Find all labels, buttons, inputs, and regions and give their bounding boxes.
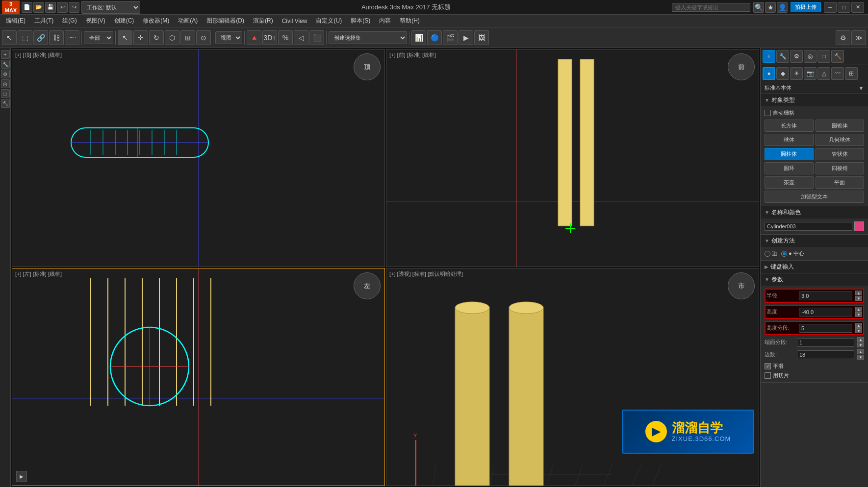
new-btn[interactable]: 📄 <box>22 2 32 13</box>
schematic-view[interactable]: 📊 <box>411 30 426 45</box>
motion-panel-tab[interactable]: ◎ <box>804 50 817 63</box>
spinner-snap[interactable]: ◁ <box>294 30 308 45</box>
height-input[interactable] <box>799 308 852 317</box>
height-segs-input[interactable] <box>799 324 852 333</box>
save-btn[interactable]: 💾 <box>45 2 56 13</box>
keyboard-entry-header[interactable]: ▶ 键盘输入 <box>761 261 868 273</box>
modify-panel-tab[interactable]: 🔧 <box>776 50 789 63</box>
user-btn[interactable]: 👤 <box>777 2 788 13</box>
viewport-left-gizmo[interactable]: 左 <box>354 272 381 299</box>
use-pivot[interactable]: ⊙ <box>196 30 211 45</box>
geometry-icon[interactable]: ● <box>763 67 775 80</box>
render-setup[interactable]: 🎬 <box>443 30 458 45</box>
menu-render[interactable]: 渲染(R) <box>249 15 277 26</box>
select-rotate[interactable]: ↻ <box>149 30 164 45</box>
menu-edit[interactable]: 编辑(E) <box>2 15 29 26</box>
viewport-persp-gizmo[interactable]: 市 <box>728 272 755 299</box>
close-button[interactable]: ✕ <box>851 2 864 13</box>
viewport-play-btn[interactable]: ▶ <box>16 471 27 482</box>
display-panel-tab[interactable]: □ <box>817 50 830 63</box>
menu-graph-editor[interactable]: 图形编辑器(D) <box>203 15 248 26</box>
radio-center[interactable]: ● 中心 <box>781 250 804 257</box>
minimize-button[interactable]: ─ <box>824 2 837 13</box>
unlink[interactable]: ⛓ <box>49 30 64 45</box>
btn-tube[interactable]: 管状体 <box>816 148 865 160</box>
name-color-header[interactable]: ▼ 名称和颜色 <box>761 206 868 219</box>
cap-segs-down[interactable]: ▼ <box>857 342 864 347</box>
color-swatch[interactable] <box>854 221 864 231</box>
creation-method-header[interactable]: ▼ 创建方法 <box>761 235 868 247</box>
menu-customize[interactable]: 自定义(U) <box>312 15 346 26</box>
menu-script[interactable]: 脚本(S) <box>347 15 374 26</box>
bind-spacewarp[interactable]: 〰 <box>65 30 79 45</box>
viewport-top[interactable]: [+] [顶] [标准] [线框] <box>12 49 385 267</box>
btn-teapot[interactable]: 茶壶 <box>765 176 814 189</box>
auto-grid-checkbox[interactable] <box>765 110 771 116</box>
object-name-input[interactable] <box>765 222 852 231</box>
display-icon[interactable]: □ <box>1 89 10 98</box>
snap-toggle[interactable]: 🔺 <box>247 30 261 45</box>
named-selections[interactable]: 创建选择集 <box>329 31 407 44</box>
menu-animation[interactable]: 动画(A) <box>174 15 202 26</box>
menu-create[interactable]: 创建(C) <box>110 15 138 26</box>
viewport-top-gizmo[interactable]: 顶 <box>354 53 381 80</box>
search-btn[interactable]: 🔍 <box>753 2 764 13</box>
viewport-left[interactable]: [+] [左] [标准] [线框] 左 <box>12 268 385 486</box>
undo-btn[interactable]: ↩ <box>57 2 68 13</box>
btn-geosphere[interactable]: 几何球体 <box>816 134 865 146</box>
dropdown-arrow-icon[interactable]: ▼ <box>858 85 864 92</box>
create-panel-tab[interactable]: + <box>763 50 775 63</box>
cap-segs-input[interactable] <box>797 338 854 347</box>
height-segs-up[interactable]: ▲ <box>855 323 862 328</box>
select-link[interactable]: 🔗 <box>33 30 48 45</box>
viewport-front-gizmo[interactable]: 前 <box>728 53 755 80</box>
btn-cone[interactable]: 圆锥体 <box>816 120 865 132</box>
btn-plane[interactable]: 平面 <box>816 176 865 189</box>
sides-up[interactable]: ▲ <box>857 349 864 354</box>
btn-sphere[interactable]: 球体 <box>765 134 814 146</box>
modify-icon[interactable]: 🔧 <box>1 60 10 69</box>
viewport-front[interactable]: [+] [前] [标准] [线框] 前 <box>386 49 759 267</box>
radio-edge[interactable]: 边 <box>765 250 777 257</box>
select-move[interactable]: ✛ <box>133 30 148 45</box>
btn-box[interactable]: 长方体 <box>765 120 814 132</box>
menu-group[interactable]: 组(G) <box>58 15 80 26</box>
systems-icon[interactable]: ⊞ <box>845 67 858 80</box>
radius-input[interactable] <box>799 292 852 300</box>
smooth-checkbox[interactable]: ✓ <box>765 363 771 369</box>
parameters-header[interactable]: ▼ 参数 <box>761 273 868 286</box>
height-down[interactable]: ▼ <box>855 312 862 317</box>
object-type-header[interactable]: ▼ 对象类型 <box>761 94 868 106</box>
select-object[interactable]: ↖ <box>118 30 132 45</box>
auto-grid-row[interactable]: 自动栅格 <box>765 109 864 117</box>
utility-panel-tab[interactable]: 🔨 <box>831 50 844 63</box>
menu-modifier[interactable]: 修改器(M) <box>139 15 173 26</box>
helper-icon[interactable]: △ <box>817 67 830 80</box>
height-segs-down[interactable]: ▼ <box>855 328 862 333</box>
radius-up[interactable]: ▲ <box>855 291 862 295</box>
spacewarp-icon[interactable]: 〰 <box>831 67 844 80</box>
btn-torus[interactable]: 圆环 <box>765 162 814 174</box>
settings-btn[interactable]: ⚙ <box>836 30 850 45</box>
workspace-dropdown[interactable]: 工作区: 默认 <box>81 1 140 14</box>
more-btn[interactable]: ≫ <box>851 30 866 45</box>
cap-segs-up[interactable]: ▲ <box>857 337 864 342</box>
smooth-row[interactable]: ✓ 平滑 <box>765 363 864 370</box>
create-icon[interactable]: + <box>1 50 10 59</box>
height-up[interactable]: ▲ <box>855 307 862 312</box>
hierarchy-icon[interactable]: ⚙ <box>1 70 10 78</box>
angle-snap[interactable]: 3D↑ <box>262 30 277 45</box>
menu-tools[interactable]: 工具(T) <box>30 15 57 26</box>
select-filter-dropdown[interactable]: 全部 <box>84 31 113 44</box>
menu-view[interactable]: 视图(V) <box>82 15 109 26</box>
sides-down[interactable]: ▼ <box>857 355 864 360</box>
render-frame[interactable]: 🖼 <box>474 30 489 45</box>
reference-coord[interactable]: ⊞ <box>180 30 195 45</box>
redo-btn[interactable]: ↪ <box>69 2 79 13</box>
slice-row[interactable]: 用切片 <box>765 372 864 379</box>
maximize-button[interactable]: □ <box>838 2 850 13</box>
camera-icon[interactable]: 📷 <box>804 67 817 80</box>
menu-content[interactable]: 内容 <box>375 15 395 26</box>
radius-down[interactable]: ▼ <box>855 296 862 301</box>
menu-civil-view[interactable]: Civil View <box>278 16 311 26</box>
